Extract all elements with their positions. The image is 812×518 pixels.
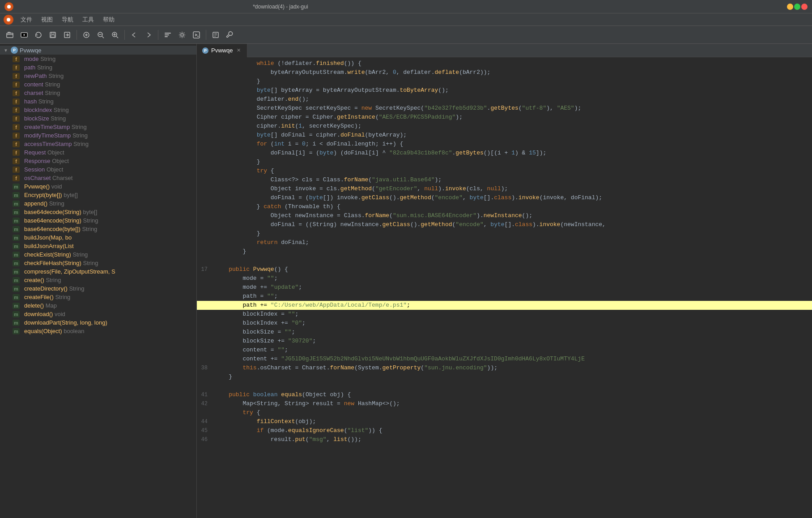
- collapse-arrow: ▼: [4, 48, 9, 53]
- close-btn[interactable]: [801, 4, 808, 10]
- sidebar-item[interactable]: m checkExist(String) String: [0, 250, 196, 259]
- sidebar-item[interactable]: m base64encode(String) String: [0, 216, 196, 225]
- line-number: [197, 292, 215, 292]
- search-plus-button[interactable]: [109, 29, 121, 41]
- node-icon: m: [13, 294, 20, 300]
- sidebar-item[interactable]: m create() String: [0, 276, 196, 284]
- sidebar-item[interactable]: m buildJsonArray(List: [0, 242, 196, 250]
- class-icon: P: [11, 47, 18, 54]
- menu-view[interactable]: 视图: [38, 14, 56, 25]
- node-icon: m: [13, 260, 20, 266]
- sidebar-item[interactable]: m checkFileHash(String) String: [0, 259, 196, 267]
- node-icon: m: [13, 269, 20, 275]
- menu-tools[interactable]: 工具: [79, 14, 98, 25]
- line-number: [197, 77, 215, 77]
- sidebar-item[interactable]: m compress(File, ZipOutputStream, S: [0, 267, 196, 276]
- find-button[interactable]: [162, 29, 174, 41]
- sidebar-item[interactable]: f osCharset Charset: [0, 174, 196, 182]
- sidebar-item[interactable]: f accessTimeStamp String: [0, 140, 196, 148]
- sidebar-item[interactable]: m createFile() String: [0, 293, 196, 301]
- line-code: result.put("msg", list());: [215, 435, 808, 444]
- sidebar-item[interactable]: f content String: [0, 80, 196, 89]
- line-code: byte[] doFinal = cipher.doFinal(byteArra…: [215, 131, 808, 140]
- line-number: [197, 149, 215, 149]
- code-line: mode = "";: [197, 274, 812, 283]
- tab-pvwwqe[interactable]: P Pvwwqe ✕: [197, 44, 247, 57]
- sidebar-item[interactable]: f Response Object: [0, 157, 196, 165]
- decompile-all-button[interactable]: [80, 29, 93, 41]
- sidebar-item[interactable]: m downloadPart(String, long, long): [0, 318, 196, 327]
- line-code: blockIndex = "";: [215, 310, 808, 319]
- sidebar-item[interactable]: f blockIndex String: [0, 106, 196, 114]
- line-code: if (mode.equalsIgnoreCase("list")) {: [215, 426, 808, 435]
- node-icon: m: [13, 226, 20, 232]
- sidebar-item[interactable]: f path String: [0, 63, 196, 72]
- settings-button[interactable]: [176, 29, 188, 41]
- add-button[interactable]: [18, 29, 30, 41]
- open-button[interactable]: [4, 29, 16, 41]
- maximize-btn[interactable]: [794, 4, 800, 10]
- sidebar-item[interactable]: f charset String: [0, 89, 196, 97]
- log-button[interactable]: [209, 29, 222, 41]
- line-number: [197, 372, 215, 373]
- sidebar-item[interactable]: m delete() Map: [0, 301, 196, 310]
- node-icon: f: [13, 90, 20, 96]
- code-line: byteArrayOutputStream.write(bArr2, 0, de…: [197, 68, 812, 77]
- code-line: blockIndex = "";: [197, 310, 812, 319]
- node-icon: m: [13, 328, 20, 334]
- main-content: ▼ P Pvwwqe f mode String f path String f…: [0, 44, 812, 518]
- sidebar-item[interactable]: m createDirectory() String: [0, 284, 196, 293]
- line-number: [197, 167, 215, 167]
- sidebar-item[interactable]: f hash String: [0, 97, 196, 106]
- sidebar-root-item[interactable]: ▼ P Pvwwqe: [0, 46, 196, 55]
- sidebar-item[interactable]: m base64encode(byte[]) String: [0, 225, 196, 233]
- sidebar-item[interactable]: f modifyTimeStamp String: [0, 131, 196, 140]
- sidebar-item[interactable]: m Pvwwqe() void: [0, 182, 196, 191]
- sidebar-item[interactable]: m base64decode(String) byte[]: [0, 208, 196, 216]
- code-line: }: [197, 372, 812, 381]
- line-number: [197, 256, 215, 257]
- sidebar-item[interactable]: m buildJson(Map, bo: [0, 233, 196, 242]
- node-label: content String: [24, 81, 60, 88]
- sidebar-item[interactable]: m download() void: [0, 310, 196, 318]
- sidebar-item[interactable]: f blockSize String: [0, 114, 196, 123]
- line-code: }: [215, 229, 808, 238]
- node-icon: f: [13, 158, 20, 164]
- code-editor[interactable]: while (!deflater.finished()) { byteArray…: [197, 57, 812, 518]
- code-line: try {: [197, 408, 812, 417]
- search-minus-button[interactable]: [94, 29, 107, 41]
- refresh-button[interactable]: [32, 29, 45, 41]
- sidebar-item[interactable]: m append() String: [0, 199, 196, 208]
- sidebar-item[interactable]: m Encrypt(byte[]) byte[]: [0, 191, 196, 199]
- node-label: compress(File, ZipOutputStream, S: [24, 268, 115, 275]
- menu-bar: 文件 视图 导航 工具 帮助: [0, 13, 812, 26]
- line-code: blockSize = "";: [215, 328, 808, 337]
- sidebar-item[interactable]: f Session Object: [0, 165, 196, 174]
- menu-help[interactable]: 帮助: [99, 14, 118, 25]
- export-button[interactable]: [61, 29, 73, 41]
- sidebar-item[interactable]: f mode String: [0, 55, 196, 63]
- code-line: byte[] doFinal = cipher.doFinal(byteArra…: [197, 131, 812, 140]
- node-icon: f: [13, 107, 20, 113]
- node-icon: f: [13, 116, 20, 122]
- line-code: }: [215, 158, 808, 167]
- wrench-button[interactable]: [224, 29, 236, 41]
- code-line: 17 public Pvwwqe() {: [197, 265, 812, 274]
- back-button[interactable]: [128, 29, 140, 41]
- sidebar-item[interactable]: f Request Object: [0, 148, 196, 157]
- line-code: Object invoke = cls.getMethod("getEncode…: [215, 184, 808, 193]
- app-icon: [4, 2, 13, 11]
- sidebar-item[interactable]: f createTimeStamp String: [0, 123, 196, 131]
- tab-close-button[interactable]: ✕: [235, 47, 242, 54]
- sidebar-items: f mode String f path String f newPath St…: [0, 55, 196, 335]
- sidebar-item[interactable]: m equals(Object) boolean: [0, 327, 196, 335]
- forward-button[interactable]: [142, 29, 155, 41]
- menu-nav[interactable]: 导航: [58, 14, 77, 25]
- save-button[interactable]: [47, 29, 59, 41]
- sidebar-item[interactable]: f newPath String: [0, 72, 196, 80]
- line-number: [197, 319, 215, 319]
- decompile-button[interactable]: [190, 29, 203, 41]
- menu-file[interactable]: 文件: [17, 14, 36, 25]
- line-number: [197, 408, 215, 409]
- minimize-btn[interactable]: [787, 4, 793, 10]
